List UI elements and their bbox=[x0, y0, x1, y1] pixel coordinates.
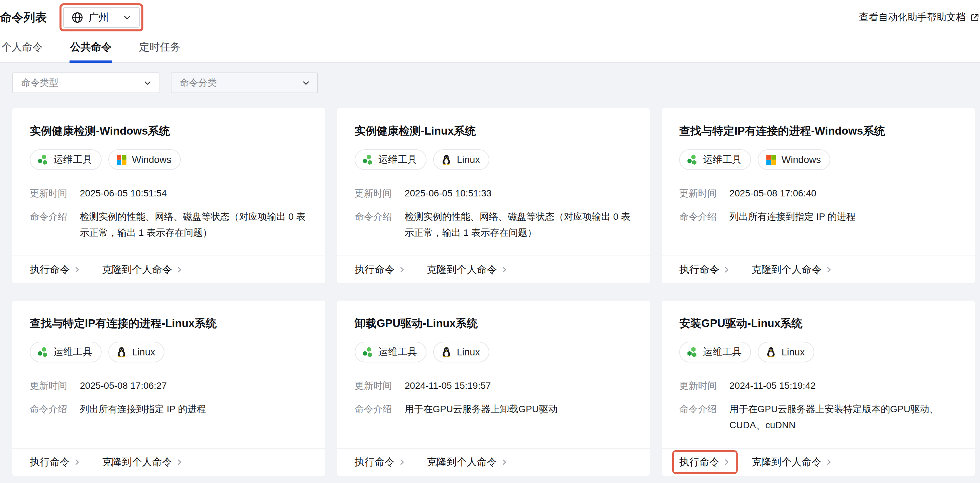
run-command-link[interactable]: 执行命令 bbox=[30, 263, 81, 276]
linux-icon bbox=[441, 154, 452, 166]
chevron-right-icon bbox=[398, 458, 406, 466]
card-footer: 执行命令 克隆到个人命令 bbox=[337, 256, 650, 283]
tag-运维工具: 运维工具 bbox=[679, 149, 751, 170]
tag-windows: Windows bbox=[108, 149, 181, 170]
card-tags: 运维工具Linux bbox=[679, 342, 957, 362]
card-footer: 执行命令 克隆到个人命令 bbox=[13, 256, 325, 283]
card-title: 查找与特定IP有连接的进程-Linux系统 bbox=[30, 316, 308, 331]
description-label: 命令介绍 bbox=[355, 209, 405, 241]
tag-linux: Linux bbox=[433, 149, 489, 170]
command-card: 查找与特定IP有连接的进程-Windows系统 运维工具Windows 更新时间… bbox=[662, 108, 975, 283]
run-command-link[interactable]: 执行命令 bbox=[679, 263, 731, 276]
tag-label: Windows bbox=[781, 154, 821, 165]
tab-personal-commands[interactable]: 个人命令 bbox=[1, 37, 43, 62]
chevron-right-icon bbox=[722, 458, 731, 466]
ops-tools-icon bbox=[37, 154, 49, 166]
tag-运维工具: 运维工具 bbox=[30, 342, 102, 362]
ops-tools-icon bbox=[362, 346, 374, 358]
tag-label: Linux bbox=[781, 347, 805, 358]
help-doc-link[interactable]: 查看自动化助手帮助文档 bbox=[859, 11, 980, 24]
linux-icon bbox=[765, 346, 777, 358]
clone-command-link[interactable]: 克隆到个人命令 bbox=[102, 263, 183, 276]
update-time-value: 2025-05-08 17:06:40 bbox=[729, 185, 957, 202]
tag-linux: Linux bbox=[758, 342, 814, 362]
run-command-link[interactable]: 执行命令 bbox=[355, 455, 406, 469]
run-command-link-highlighted[interactable]: 执行命令 bbox=[672, 450, 738, 474]
card-title: 实例健康检测-Linux系统 bbox=[355, 124, 633, 138]
description-label: 命令介绍 bbox=[30, 401, 80, 417]
tab-bar: 个人命令 公共命令 定时任务 bbox=[0, 35, 980, 63]
tag-运维工具: 运维工具 bbox=[355, 342, 426, 362]
tag-label: 运维工具 bbox=[703, 153, 742, 166]
run-command-link[interactable]: 执行命令 bbox=[355, 263, 406, 276]
clone-command-link[interactable]: 克隆到个人命令 bbox=[751, 455, 833, 469]
tab-public-commands[interactable]: 公共命令 bbox=[70, 37, 112, 62]
card-title: 安装GPU驱动-Linux系统 bbox=[679, 316, 957, 331]
description-label: 命令介绍 bbox=[679, 209, 729, 225]
chevron-right-icon bbox=[824, 458, 833, 466]
tag-label: Linux bbox=[457, 154, 480, 165]
linux-icon bbox=[441, 346, 452, 358]
filter-bar: 命令类型 命令分类 bbox=[13, 73, 975, 93]
description-label: 命令介绍 bbox=[30, 209, 80, 241]
chevron-right-icon bbox=[73, 265, 81, 274]
tag-linux: Linux bbox=[433, 342, 489, 362]
chevron-right-icon bbox=[722, 265, 731, 274]
command-card: 卸载GPU驱动-Linux系统 运维工具Linux 更新时间 2024-11-0… bbox=[337, 300, 650, 476]
description-value: 检测实例的性能、网络、磁盘等状态（对应项输出 0 表示正常，输出 1 表示存在问… bbox=[405, 209, 633, 241]
update-time-value: 2024-11-05 15:19:57 bbox=[405, 378, 633, 394]
content-area: 命令类型 命令分类 实例健康检测-Windows系统 运维工具Windows 更… bbox=[0, 63, 980, 483]
tag-label: 运维工具 bbox=[379, 345, 417, 359]
tag-label: Linux bbox=[132, 347, 155, 358]
command-category-select[interactable]: 命令分类 bbox=[171, 73, 318, 93]
tag-label: Windows bbox=[132, 154, 172, 165]
card-footer: 执行命令 克隆到个人命令 bbox=[13, 448, 325, 476]
update-time-label: 更新时间 bbox=[30, 185, 80, 202]
card-footer: 执行命令 克隆到个人命令 bbox=[662, 448, 975, 476]
region-label: 广州 bbox=[89, 11, 109, 24]
card-footer: 执行命令 克隆到个人命令 bbox=[662, 256, 975, 283]
run-command-link[interactable]: 执行命令 bbox=[30, 455, 81, 469]
chevron-right-icon bbox=[500, 265, 508, 274]
description-value: 用于在GPU云服务器上安装特定版本的GPU驱动、CUDA、cuDNN bbox=[729, 401, 957, 433]
command-type-select[interactable]: 命令类型 bbox=[13, 73, 159, 93]
chevron-down-icon bbox=[143, 78, 152, 87]
windows-icon bbox=[765, 154, 777, 166]
tag-运维工具: 运维工具 bbox=[30, 149, 102, 170]
ops-tools-icon bbox=[37, 346, 49, 358]
chevron-right-icon bbox=[824, 265, 833, 274]
tag-label: Linux bbox=[457, 347, 480, 358]
tag-windows: Windows bbox=[758, 149, 830, 170]
update-time-label: 更新时间 bbox=[355, 185, 405, 202]
update-time-label: 更新时间 bbox=[679, 185, 729, 202]
description-value: 检测实例的性能、网络、磁盘等状态（对应项输出 0 表示正常，输出 1 表示存在问… bbox=[80, 209, 308, 241]
description-label: 命令介绍 bbox=[679, 401, 729, 433]
tag-label: 运维工具 bbox=[703, 345, 742, 359]
update-time-value: 2024-11-05 15:19:42 bbox=[729, 378, 957, 394]
header-row: 命令列表 广州 查看自动化助手帮助文档 bbox=[0, 0, 980, 35]
chevron-right-icon bbox=[73, 458, 81, 466]
command-type-select-placeholder: 命令类型 bbox=[21, 76, 59, 89]
chevron-down-icon bbox=[123, 13, 132, 22]
card-title: 卸载GPU驱动-Linux系统 bbox=[355, 316, 633, 331]
tab-scheduled-tasks[interactable]: 定时任务 bbox=[138, 37, 181, 62]
chevron-right-icon bbox=[398, 265, 406, 274]
update-time-label: 更新时间 bbox=[679, 378, 729, 394]
clone-command-link[interactable]: 克隆到个人命令 bbox=[427, 455, 508, 469]
region-selector-highlight: 广州 bbox=[59, 3, 143, 32]
command-category-select-placeholder: 命令分类 bbox=[180, 76, 217, 89]
description-value: 列出所有连接到指定 IP 的进程 bbox=[80, 401, 308, 417]
chevron-down-icon bbox=[301, 78, 310, 87]
region-selector[interactable]: 广州 bbox=[63, 7, 140, 28]
card-footer: 执行命令 克隆到个人命令 bbox=[337, 448, 650, 476]
command-cards-grid: 实例健康检测-Windows系统 运维工具Windows 更新时间 2025-0… bbox=[13, 108, 975, 476]
clone-command-link[interactable]: 克隆到个人命令 bbox=[102, 455, 183, 469]
card-tags: 运维工具Windows bbox=[30, 149, 308, 170]
clone-command-link[interactable]: 克隆到个人命令 bbox=[751, 263, 833, 276]
clone-command-link[interactable]: 克隆到个人命令 bbox=[427, 263, 508, 276]
description-value: 列出所有连接到指定 IP 的进程 bbox=[729, 209, 957, 225]
description-label: 命令介绍 bbox=[355, 401, 405, 417]
command-card: 实例健康检测-Windows系统 运维工具Windows 更新时间 2025-0… bbox=[13, 108, 325, 283]
ops-tools-icon bbox=[362, 154, 374, 166]
tag-label: 运维工具 bbox=[379, 153, 417, 166]
